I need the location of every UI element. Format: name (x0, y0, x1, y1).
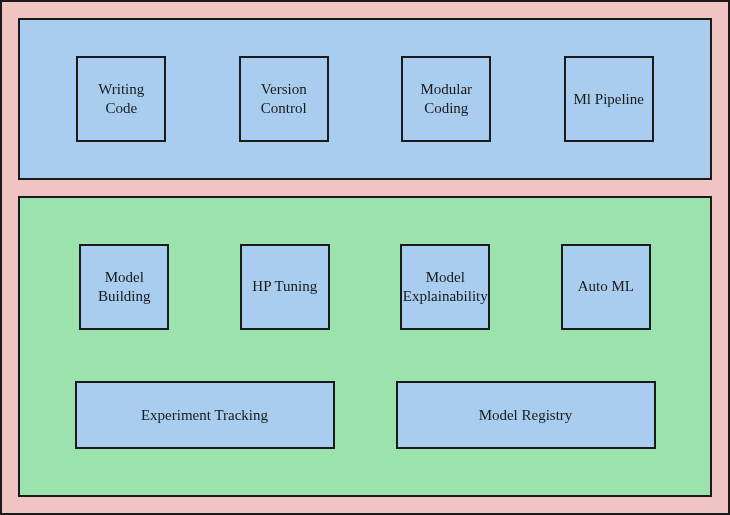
box-label: Experiment Tracking (141, 406, 268, 425)
box-ml-pipeline: Ml Pipeline (564, 56, 654, 142)
box-label: Version Control (245, 80, 323, 118)
box-modular-coding: Modular Coding (401, 56, 491, 142)
top-panel: Writing Code Version Control Modular Cod… (18, 18, 712, 180)
bottom-row-2: Experiment Tracking Model Registry (44, 381, 686, 449)
box-auto-ml: Auto ML (561, 244, 651, 330)
box-label: Model Registry (479, 406, 573, 425)
box-label: HP Tuning (252, 277, 317, 296)
box-model-explainability: Model Explainability (400, 244, 490, 330)
box-label: Model Explainability (403, 268, 488, 306)
box-label: Modular Coding (407, 80, 485, 118)
box-label: Ml Pipeline (574, 90, 644, 109)
box-model-registry: Model Registry (396, 381, 656, 449)
bottom-panel: Model Building HP Tuning Model Explainab… (18, 196, 712, 497)
box-label: Model Building (85, 268, 163, 306)
bottom-row-1: Model Building HP Tuning Model Explainab… (44, 244, 686, 330)
box-version-control: Version Control (239, 56, 329, 142)
box-label: Auto ML (578, 277, 634, 296)
box-label: Writing Code (82, 80, 160, 118)
box-experiment-tracking: Experiment Tracking (75, 381, 335, 449)
box-writing-code: Writing Code (76, 56, 166, 142)
box-hp-tuning: HP Tuning (240, 244, 330, 330)
box-model-building: Model Building (79, 244, 169, 330)
